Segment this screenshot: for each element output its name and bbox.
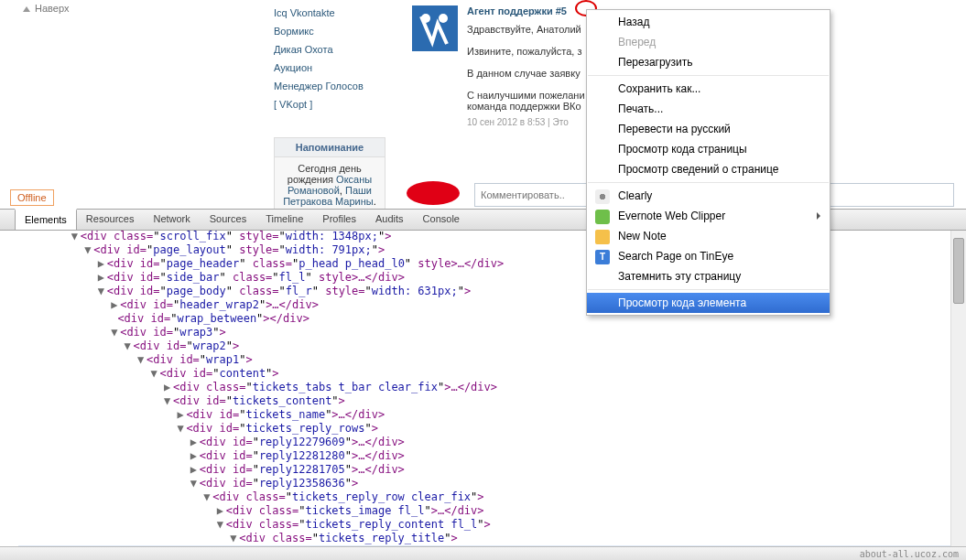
- dom-node[interactable]: ▼<div class="tickets_reply_content fl_l"…: [18, 518, 966, 532]
- chevron-right-icon: [817, 212, 820, 220]
- note-icon: [595, 230, 610, 244]
- ctx-page-info[interactable]: Просмотр сведений о странице: [587, 159, 830, 179]
- tab-elements[interactable]: Elements: [15, 209, 77, 230]
- ctx-print[interactable]: Печать...: [587, 99, 830, 119]
- scroll-top-link[interactable]: Наверх: [23, 3, 69, 14]
- dom-node[interactable]: ▶<div id="reply12279609">…</div>: [18, 436, 966, 449]
- ctx-evernote[interactable]: Evernote Web Clipper: [587, 206, 830, 226]
- tineye-icon: T: [595, 250, 610, 264]
- tab-timeline[interactable]: Timeline: [256, 210, 313, 230]
- annotation-oval: [407, 181, 460, 205]
- tab-resources[interactable]: Resources: [77, 210, 145, 230]
- dom-node[interactable]: ▼<div id="reply12358636">: [18, 477, 966, 490]
- dom-node[interactable]: ▼<div class="tickets_reply_row clear_fix…: [18, 490, 966, 504]
- reminder-link[interactable]: Марины: [335, 196, 374, 207]
- dom-node[interactable]: ▼<div id="wrap3">: [18, 326, 966, 339]
- sidebar-link[interactable]: Icq Vkontakte: [274, 7, 402, 18]
- dom-node[interactable]: ▼<div id="content">: [18, 367, 966, 381]
- tab-audits[interactable]: Audits: [366, 210, 414, 230]
- tab-network[interactable]: Network: [144, 210, 200, 230]
- dom-node[interactable]: ▼<div id="wrap2">: [18, 339, 966, 353]
- ctx-separator: [588, 182, 829, 183]
- scrollbar[interactable]: [950, 231, 966, 546]
- dom-node[interactable]: ▼<div class="tickets_reply_title">: [18, 532, 966, 545]
- evernote-icon: [595, 210, 610, 224]
- ctx-translate[interactable]: Перевести на русский: [587, 119, 830, 139]
- ctx-inspect-element[interactable]: Просмотр кода элемента: [587, 293, 830, 313]
- dom-node[interactable]: ▶<div id="reply12281705">…</div>: [18, 463, 966, 477]
- ctx-reload[interactable]: Перезагрузить: [587, 52, 830, 72]
- ctx-clearly[interactable]: Clearly: [587, 186, 830, 206]
- sidebar-link[interactable]: [ VKopt ]: [274, 99, 402, 110]
- ctx-back[interactable]: Назад: [587, 12, 830, 32]
- avatar[interactable]: [412, 5, 458, 51]
- ctx-tineye[interactable]: TSearch Page on TinEye: [587, 246, 830, 266]
- ctx-forward: Вперед: [587, 32, 830, 52]
- scrollbar-thumb[interactable]: [953, 238, 964, 304]
- offline-badge: Offline: [10, 189, 54, 206]
- dom-node[interactable]: ▶<div class="tickets_tabs t_bar clear_fi…: [18, 381, 966, 394]
- sidebar-link[interactable]: Менеджер Голосов: [274, 81, 402, 92]
- tab-console[interactable]: Console: [414, 210, 470, 230]
- watermark: about-all.ucoz.com: [0, 546, 966, 560]
- sidebar-links: Icq Vkontakte Вормикс Дикая Охота Аукцио…: [274, 7, 402, 117]
- ctx-view-source[interactable]: Просмотр кода страницы: [587, 139, 830, 159]
- reminder-title: Напоминание: [275, 138, 385, 157]
- reminder-text: Сегодня: [298, 163, 339, 174]
- reminder-box: Напоминание Сегодня день рождения Оксаны…: [274, 137, 385, 214]
- ctx-new-note[interactable]: New Note: [587, 226, 830, 246]
- context-menu: Назад Вперед Перезагрузить Сохранить как…: [586, 9, 830, 316]
- svg-point-1: [421, 14, 430, 23]
- ctx-save-as[interactable]: Сохранить как...: [587, 79, 830, 99]
- dom-node[interactable]: ▶<div id="tickets_name">…</div>: [18, 408, 966, 422]
- dom-node[interactable]: ▶<div class="tickets_image fl_l">…</div>: [18, 504, 966, 518]
- dom-node[interactable]: ▼<div id="tickets_content">: [18, 394, 966, 408]
- sidebar-link[interactable]: Вормикс: [274, 26, 402, 37]
- tab-profiles[interactable]: Profiles: [313, 210, 366, 230]
- svg-point-2: [439, 14, 448, 23]
- sidebar-link[interactable]: Дикая Охота: [274, 44, 402, 55]
- ctx-separator: [588, 75, 829, 76]
- dom-node[interactable]: ▼<div id="tickets_reply_rows">: [18, 422, 966, 436]
- ctx-separator: [588, 289, 829, 290]
- dom-node[interactable]: ▶<div id="reply12281280">…</div>: [18, 449, 966, 463]
- ctx-darken[interactable]: Затемнить эту страницу: [587, 266, 830, 286]
- tab-sources[interactable]: Sources: [201, 210, 256, 230]
- clearly-icon: [595, 189, 610, 204]
- sidebar-link[interactable]: Аукцион: [274, 62, 402, 73]
- dom-node[interactable]: ▼<div id="wrap1">: [18, 353, 966, 367]
